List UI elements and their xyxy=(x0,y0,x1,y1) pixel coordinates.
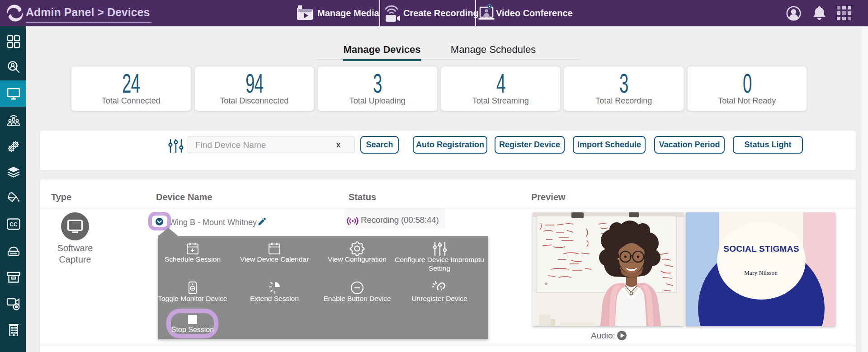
svg-text:Mary Nilsson: Mary Nilsson xyxy=(744,269,778,276)
svg-text:SOCIAL STIGMAS: SOCIAL STIGMAS xyxy=(723,244,799,253)
svg-text:CC: CC xyxy=(9,221,18,228)
